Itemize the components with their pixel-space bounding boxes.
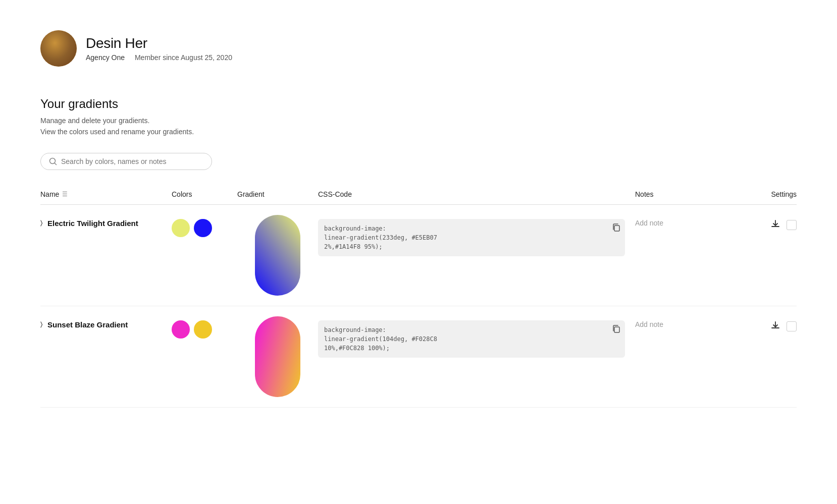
cell-css-electric: background-image:linear-gradient(233deg,…	[318, 215, 635, 256]
row-name-electric: 〉 Electric Twilight Gradient	[40, 215, 172, 228]
css-code-box-electric: background-image:linear-gradient(233deg,…	[318, 219, 625, 256]
color-dot-blue[interactable]	[194, 219, 212, 237]
copy-icon-sunset[interactable]	[612, 324, 621, 337]
user-meta: Agency One Member since August 25, 2020	[86, 53, 232, 62]
expand-icon-electric[interactable]: 〉	[40, 219, 42, 227]
th-settings: Settings	[736, 190, 797, 198]
user-member-since: Member since August 25, 2020	[135, 53, 232, 62]
css-code-box-sunset: background-image:linear-gradient(104deg,…	[318, 320, 625, 358]
section-title: Your gradients	[40, 97, 797, 111]
svg-rect-3	[614, 327, 619, 332]
cell-colors-electric	[172, 215, 237, 237]
cell-colors-sunset	[172, 316, 237, 339]
css-text-sunset: background-image:linear-gradient(104deg,…	[324, 326, 437, 352]
delete-btn-electric[interactable]	[787, 220, 797, 230]
user-info: Desin Her Agency One Member since August…	[86, 35, 232, 62]
gradients-table: Name ☰ Colors Gradient CSS-Code Notes Se…	[40, 190, 797, 408]
download-icon-electric[interactable]	[770, 219, 780, 232]
cell-css-sunset: background-image:linear-gradient(104deg,…	[318, 316, 635, 358]
search-icon	[49, 157, 57, 165]
th-colors: Colors	[172, 190, 237, 198]
search-input[interactable]	[61, 157, 203, 165]
color-dot-gold[interactable]	[194, 320, 212, 339]
expand-icon-sunset[interactable]: 〉	[40, 321, 42, 328]
svg-line-1	[55, 163, 56, 164]
svg-rect-2	[614, 226, 619, 231]
user-agency: Agency One	[86, 53, 125, 62]
gradient-name-electric: Electric Twilight Gradient	[47, 219, 138, 228]
cell-gradient-sunset	[237, 316, 318, 397]
section-desc-2: View the colors used and rename your gra…	[40, 126, 797, 137]
cell-gradient-electric	[237, 215, 318, 296]
gradient-preview-electric	[255, 215, 300, 296]
table-row: 〉 Sunset Blaze Gradient ba	[40, 306, 797, 408]
th-name: Name ☰	[40, 190, 172, 198]
color-dot-yellow[interactable]	[172, 219, 190, 237]
cell-settings-electric	[736, 215, 797, 232]
section-desc-1: Manage and delete your gradients.	[40, 115, 797, 126]
avatar	[40, 30, 77, 67]
copy-icon-electric[interactable]	[612, 223, 621, 236]
table-header: Name ☰ Colors Gradient CSS-Code Notes Se…	[40, 190, 797, 205]
th-gradient: Gradient	[237, 190, 318, 198]
section-header: Your gradients Manage and delete your gr…	[40, 97, 797, 138]
user-header: Desin Her Agency One Member since August…	[40, 30, 797, 67]
delete-btn-sunset[interactable]	[787, 321, 797, 331]
user-name: Desin Her	[86, 35, 232, 51]
search-container	[40, 153, 797, 170]
search-box[interactable]	[40, 153, 212, 170]
sort-icon[interactable]: ☰	[62, 191, 68, 198]
cell-notes-sunset[interactable]: Add note	[635, 316, 736, 328]
color-dot-magenta[interactable]	[172, 320, 190, 339]
download-icon-sunset[interactable]	[770, 320, 780, 333]
css-text-electric: background-image:linear-gradient(233deg,…	[324, 225, 437, 250]
cell-notes-electric[interactable]: Add note	[635, 215, 736, 227]
row-name-sunset: 〉 Sunset Blaze Gradient	[40, 316, 172, 329]
th-notes: Notes	[635, 190, 736, 198]
th-css: CSS-Code	[318, 190, 635, 198]
table-row: 〉 Electric Twilight Gradient	[40, 205, 797, 306]
gradient-preview-sunset	[255, 316, 300, 397]
gradient-name-sunset: Sunset Blaze Gradient	[47, 320, 128, 329]
cell-settings-sunset	[736, 316, 797, 333]
